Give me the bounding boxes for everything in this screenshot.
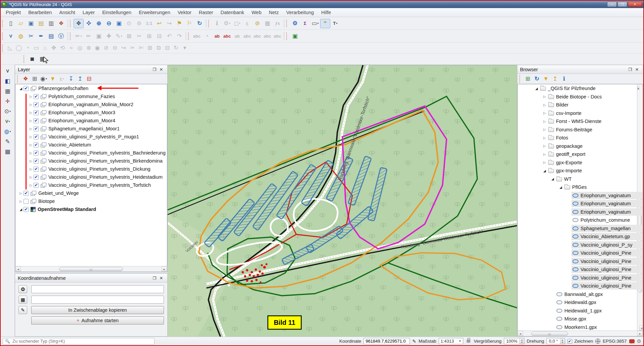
visibility-checkbox[interactable]: ✔ xyxy=(24,191,29,196)
collapse-all-button[interactable]: ↥ xyxy=(76,75,84,83)
expander-icon[interactable]: ▷ xyxy=(28,151,34,155)
close-button[interactable]: ✕ xyxy=(628,2,642,7)
toolbar-handle[interactable] xyxy=(17,75,19,83)
deselect-all-button[interactable]: ⊘ xyxy=(252,19,262,28)
filter-legend-button[interactable]: ▼ xyxy=(48,75,57,83)
expander-icon[interactable]: ◢ xyxy=(18,87,24,90)
magnifier-spinner[interactable]: 100% ▲▼ xyxy=(504,338,524,344)
expander-icon[interactable]: ▷ xyxy=(28,135,34,139)
filter-by-expression-button[interactable]: ε▾ xyxy=(57,75,66,83)
add-group-button[interactable]: ⊞ xyxy=(30,75,39,83)
statistical-summary-button[interactable]: Σ xyxy=(300,19,310,28)
move-feature-button[interactable]: ✥ xyxy=(49,44,58,52)
new-shapefile-layer-button[interactable]: ✂ xyxy=(26,32,36,41)
menu-bearbeiten[interactable]: Bearbeiten xyxy=(25,8,55,16)
layer-item-eriophorum-vaginatum-moor3[interactable]: ▷✔Eriophorum_vaginatum_Moor3 xyxy=(15,109,167,117)
browser-item-vaccinio-uliginosi-pine[interactable]: Vaccinio_uliginosi_Pine xyxy=(518,249,643,257)
browser-item-bannwald-alt-gpx[interactable]: Bannwald_alt.gpx xyxy=(518,290,643,299)
scroll-left-icon[interactable]: ◂ xyxy=(15,266,21,271)
add-feature-button[interactable]: ✚ xyxy=(104,32,114,41)
browser-item-vaccinio-uliginosi-p-sy[interactable]: Vaccinio_uliginosi_P_sy xyxy=(518,241,643,249)
copy-to-clipboard-button[interactable]: In Zwischenablage kopieren xyxy=(31,306,164,314)
expander-icon[interactable]: ◢ xyxy=(18,208,24,211)
digitizing-more-button[interactable]: ▾ xyxy=(180,44,189,52)
layer-item-eriophorum-vaginatum-moor4[interactable]: ▷✔Eriophorum_vaginatum_Moor4 xyxy=(15,117,167,125)
browser-item-gpx-exporte[interactable]: ▷gpx-Exporte xyxy=(518,159,643,167)
extent-toggle-icon[interactable]: ✎ xyxy=(412,339,416,344)
merge-features-button[interactable]: ⧉ xyxy=(154,44,163,52)
save-layer-edits-button[interactable]: ▣ xyxy=(94,32,104,41)
toolbar-handle[interactable] xyxy=(286,20,289,27)
browser-item-moorkern1-gpx[interactable]: Moorkern1.gpx xyxy=(518,323,643,331)
browser-item-eriophorum-vaginatum[interactable]: Eriophorum_vaginatum xyxy=(518,200,643,208)
browser-hscrollbar[interactable]: ◂ ||| ▸ xyxy=(517,331,643,336)
expander-icon[interactable]: ▷ xyxy=(28,95,34,98)
layers-hscrollbar[interactable]: ◂ ||| ▸ xyxy=(15,266,167,272)
select-by-expression-button[interactable]: ε xyxy=(242,19,252,28)
show-bookmarks-button[interactable]: ⚐ xyxy=(184,19,195,28)
enable-advanced-digitizing-button[interactable]: ◺ xyxy=(6,44,14,52)
expander-icon[interactable]: ▷ xyxy=(18,191,24,195)
toolbar-handle[interactable] xyxy=(286,33,289,40)
search-input[interactable] xyxy=(12,338,152,344)
menu-einstellungen[interactable]: Einstellungen xyxy=(98,8,135,16)
label-highlight-button[interactable]: abc xyxy=(222,32,232,41)
browser-item-bilder[interactable]: ▷Bilder xyxy=(518,101,643,109)
add-delimited-text-layer-button[interactable]: ✒ xyxy=(36,32,46,41)
expander-icon[interactable]: ▷ xyxy=(542,161,547,164)
expander-icon[interactable]: ▷ xyxy=(28,111,34,115)
browser-item-heidewald-1-gpx[interactable]: Heidewald_1.gpx xyxy=(518,307,643,315)
filter-browser-button[interactable]: ▼ xyxy=(542,75,550,83)
menu-vektor[interactable]: Vektor xyxy=(174,8,195,16)
change-label-button[interactable]: abc xyxy=(272,32,283,41)
tasks-icon[interactable]: ⚙ xyxy=(637,338,641,344)
identify-features-button[interactable]: ℹ xyxy=(212,19,222,28)
pin-unpin-labels-button[interactable]: ab xyxy=(232,32,242,41)
expander-icon[interactable]: ▷ xyxy=(28,103,34,106)
add-selected-layers-button[interactable]: ⊞ xyxy=(523,75,532,83)
open-layer-styling-button[interactable]: ❖ xyxy=(21,75,30,83)
circle-radius-button[interactable]: ◯ xyxy=(14,44,23,52)
browser-item-vaccinio-abietetum-gp[interactable]: Vaccinio_Abietetum.gp xyxy=(518,232,643,241)
layer-item-vaccinio-uliginosi-p-sylvestris-p-mugo1[interactable]: ▷✔Vaccinio_uliginosi_P_sylvestris_P_mugo… xyxy=(15,133,167,141)
layer-item-gebiet-und-wege[interactable]: ▷✔Gebiet_und_Wege xyxy=(15,189,167,197)
menu-layer[interactable]: Layer xyxy=(79,8,98,16)
add-ring-button[interactable]: ◎ xyxy=(76,44,84,52)
toolbar-handle[interactable] xyxy=(208,20,211,27)
layer-item-openstreetmap-standard[interactable]: ◢✔OpenStreetMap Standard xyxy=(15,205,167,213)
move-label-button[interactable]: abc xyxy=(252,32,262,41)
rotate-feature-button[interactable]: ⟲ xyxy=(58,44,67,52)
coordinate-field-2[interactable] xyxy=(31,296,164,304)
crs-selector-icon[interactable]: ❂ xyxy=(18,285,27,293)
menu-datenbank[interactable]: Datenbank xyxy=(217,8,248,16)
manage-map-themes-button[interactable]: ◉▾ xyxy=(39,75,48,83)
browser-item-geotiff-export[interactable]: ▷geotiff_export xyxy=(518,150,643,159)
layers-panel-close-icon[interactable]: ✕ xyxy=(158,67,165,73)
delete-part-button[interactable]: ⊖ xyxy=(111,44,119,52)
zoom-next-button[interactable]: ↪ xyxy=(164,19,174,28)
add-postgis-layer-button[interactable]: Ⓥ xyxy=(56,32,66,41)
expander-icon[interactable]: ▷ xyxy=(28,127,34,131)
browser-item-vaccinio-uliginosi-pine[interactable]: Vaccinio_uliginosi_Pine xyxy=(518,265,643,274)
open-attribute-table-button[interactable]: ▦ xyxy=(262,19,272,28)
visibility-checkbox[interactable]: ✔ xyxy=(34,159,39,164)
zoom-last-button[interactable]: ↩ xyxy=(154,19,164,28)
remove-layer-button[interactable]: ⊟ xyxy=(85,75,93,83)
layer-item-biotope[interactable]: ▷Biotope xyxy=(15,197,167,205)
zoom-out-button[interactable]: ⊖ xyxy=(104,19,114,28)
text-annotation-button[interactable]: T▾ xyxy=(330,19,340,28)
merge-attributes-button[interactable]: ⊟ xyxy=(163,44,172,52)
layer-item-sphagnetum-magellanici-moor1[interactable]: ▷✔Sphagnetum_magellanici_Moor1 xyxy=(15,125,167,133)
browser-item-gpx-importe[interactable]: ◢gpx-Importe xyxy=(518,167,643,175)
copy-features-button[interactable]: ⊞ xyxy=(144,32,154,41)
zoom-to-selection-button[interactable]: ⊙ xyxy=(124,19,134,28)
toolbar-handle[interactable] xyxy=(2,44,4,52)
expander-icon[interactable]: ▷ xyxy=(28,167,34,171)
menu-projekt[interactable]: Projekt xyxy=(2,8,25,16)
split-parts-button[interactable]: ✄ xyxy=(137,44,145,52)
expander-icon[interactable]: ▷ xyxy=(28,143,34,147)
browser-item-beide-biotope-docs[interactable]: ▷Beide Biotope - Docs xyxy=(518,93,643,101)
maximize-button[interactable]: ❐ xyxy=(617,2,627,7)
add-spatialite-layer-button[interactable]: ▤ xyxy=(46,32,56,41)
visibility-checkbox[interactable]: ✔ xyxy=(34,150,39,156)
